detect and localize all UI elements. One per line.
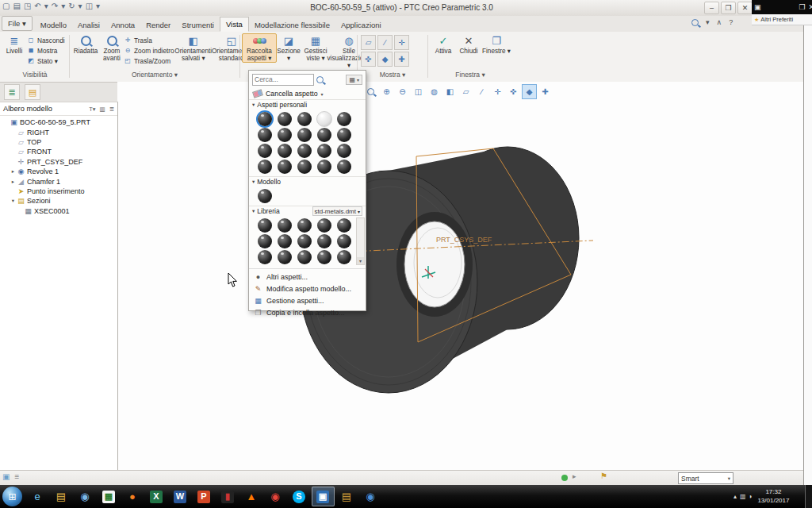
tree-settings-icon[interactable]: ≣ (109, 106, 114, 113)
appearance-swatch[interactable] (317, 144, 331, 158)
appearance-swatch[interactable] (278, 128, 292, 142)
appearance-swatch[interactable] (258, 144, 272, 158)
menu-modifica-aspetto[interactable]: ✎Modifica aspetto modello... (249, 283, 366, 294)
viewport-datum-csys-icon[interactable]: ✜ (506, 84, 521, 99)
tree-item-csys[interactable]: ✛PRT_CSYS_DEF (0, 157, 117, 167)
attiva-button[interactable]: ✓ Attiva (431, 33, 456, 56)
section-modello[interactable]: ▾ Modello (249, 176, 366, 187)
tree-display-icon[interactable]: T▾ (89, 106, 95, 113)
background-restore-button[interactable]: ❐ (799, 3, 805, 11)
selection-filter-combo[interactable]: Smart ▾ (678, 472, 733, 484)
appearance-swatch[interactable] (337, 160, 351, 174)
taskbar-skype[interactable]: S (288, 487, 311, 506)
viewport-annotations-icon[interactable]: ◆ (522, 84, 537, 99)
viewport-datum-points-icon[interactable]: ✛ (490, 84, 505, 99)
minimize-button[interactable]: – (704, 2, 719, 14)
taskbar-console[interactable]: ▮ (216, 487, 239, 506)
appearance-swatch[interactable] (297, 144, 312, 158)
tree-item-part[interactable]: ▣BOC-60-50-59_5.PRT (0, 117, 117, 127)
library-file-combo[interactable]: std-metals.dmt ▾ (312, 206, 362, 216)
tab-file[interactable]: File ▾ (2, 16, 33, 31)
appearance-swatch[interactable] (258, 160, 272, 174)
appearance-swatch[interactable] (337, 234, 351, 248)
datum-planes-toggle[interactable]: ▱ (361, 35, 376, 50)
taskbar-firefox[interactable]: ● (121, 487, 144, 506)
section-aspetti-personali[interactable]: ▾ Aspetti personali (249, 99, 366, 110)
taskbar-chrome[interactable]: ◉ (264, 487, 287, 506)
appearance-swatch[interactable] (278, 234, 292, 248)
appearance-swatch[interactable] (297, 160, 312, 174)
taskbar-excel[interactable]: X (145, 487, 168, 506)
appearance-swatch[interactable] (297, 112, 312, 126)
expand-arrow-icon[interactable]: ▸ (10, 168, 17, 175)
viewport-display-style-icon[interactable]: ◍ (427, 84, 442, 99)
appearance-swatch[interactable] (297, 250, 312, 264)
tab-annota[interactable]: Annota (105, 18, 140, 32)
appearance-swatch[interactable] (337, 128, 351, 142)
show-desktop-button[interactable] (805, 485, 812, 508)
taskbar-excel-viewer[interactable]: ▦ (98, 487, 121, 506)
appearance-swatch[interactable] (337, 144, 351, 158)
tree-item-front[interactable]: ▱FRONT (0, 147, 117, 156)
taskbar-creo[interactable]: ▣ (312, 487, 335, 506)
appearance-swatch[interactable] (278, 144, 292, 158)
appearance-swatch[interactable] (278, 160, 292, 174)
riadatta-button[interactable]: Riadatta (71, 33, 100, 56)
raccolta-aspetti-button[interactable]: Raccolta aspetti ▾ (242, 33, 277, 63)
tab-vista[interactable]: Vista (220, 17, 249, 32)
appearance-swatch[interactable] (317, 218, 331, 233)
tree-item-xsec[interactable]: ▦XSEC0001 (0, 206, 117, 216)
tab-render[interactable]: Render (140, 18, 176, 32)
appearance-swatch[interactable] (317, 128, 331, 142)
appearance-swatch[interactable] (317, 234, 331, 248)
section-libreria[interactable]: ▾ Libreria std-metals.dmt ▾ (249, 206, 366, 216)
gestisci-viste-button[interactable]: ▦ Gestisci viste ▾ (301, 33, 331, 63)
scroll-down-icon[interactable]: ▾ (357, 257, 364, 264)
tree-item-insert-point[interactable]: ➤Punto inserimento (0, 187, 117, 196)
menu-gestione-aspetti[interactable]: ▦Gestione aspetti... (249, 294, 366, 306)
start-button[interactable]: ⊞ (2, 487, 22, 506)
status-selection-icon[interactable]: ▣ (2, 472, 10, 481)
appearance-search-input[interactable] (252, 74, 314, 86)
status-flag-icon[interactable]: ⚑ (600, 471, 607, 480)
taskbar-file-explorer[interactable]: ▤ (50, 487, 73, 506)
tray-volume-icon[interactable]: ◗ (749, 493, 753, 500)
appearance-swatch[interactable] (278, 112, 292, 126)
status-play-icon[interactable]: ▸ (573, 472, 576, 480)
menu-altri-aspetti[interactable]: ●Altri aspetti... (249, 271, 366, 283)
taskbar-word[interactable]: W (169, 487, 192, 506)
appearance-swatch[interactable] (337, 218, 351, 233)
appearance-swatch[interactable] (258, 234, 272, 248)
orientamenti-salvati-button[interactable]: ◧ Orientamenti salvati ▾ (174, 33, 213, 63)
datum-points-toggle[interactable]: ✛ (394, 35, 409, 50)
viewport-zoom-in-icon[interactable]: ⊕ (379, 84, 394, 99)
appearance-swatch[interactable] (317, 250, 331, 264)
viewport-datum-planes-icon[interactable]: ▱ (458, 84, 473, 99)
ribbon-search-icon[interactable] (691, 19, 699, 26)
appearance-swatch[interactable] (258, 128, 272, 142)
viewport-zoom-out-icon[interactable]: ⊖ (395, 84, 410, 99)
tab-modellazione-flessibile[interactable]: Modellazione flessibile (249, 18, 335, 32)
viewport-spin-center-icon[interactable]: ✚ (538, 84, 553, 99)
appearance-swatch[interactable] (258, 112, 272, 126)
trasla-zoom-button[interactable]: ◰Trasla/Zoom (124, 56, 174, 66)
livelli-button[interactable]: ≣ Livelli (2, 33, 27, 56)
favorites-label[interactable]: Altri Preferiti (760, 16, 793, 23)
ribbon-search-menu-icon[interactable]: ▾ (706, 18, 710, 26)
finestre-button[interactable]: ❐ Finestre ▾ (481, 33, 511, 56)
tree-item-revolve[interactable]: ▸◉Revolve 1 (0, 167, 117, 176)
sezione-button[interactable]: ◪ Sezione ▾ (277, 33, 301, 63)
nav-tree-icon[interactable]: ≣ (4, 84, 20, 100)
taskbar-media-player[interactable]: ◉ (74, 487, 97, 506)
appearance-swatch[interactable] (278, 250, 292, 264)
graphics-area[interactable]: PRT_CSYS_DEF (117, 82, 803, 470)
tray-display-icon[interactable]: ▥ (740, 493, 746, 500)
tray-clock[interactable]: 17:32 13/01/2017 (757, 488, 789, 505)
status-message-icon[interactable]: ≡ (14, 472, 19, 481)
nascondi-button[interactable]: ◻Nascondi (27, 35, 65, 45)
taskbar-powerpoint[interactable]: P (193, 487, 216, 506)
tab-applicazioni[interactable]: Applicazioni (335, 18, 387, 32)
viewport-datum-axes-icon[interactable]: ∕ (474, 84, 489, 99)
appearance-swatch[interactable] (316, 111, 332, 127)
spin-center-toggle[interactable]: ✚ (394, 52, 409, 67)
